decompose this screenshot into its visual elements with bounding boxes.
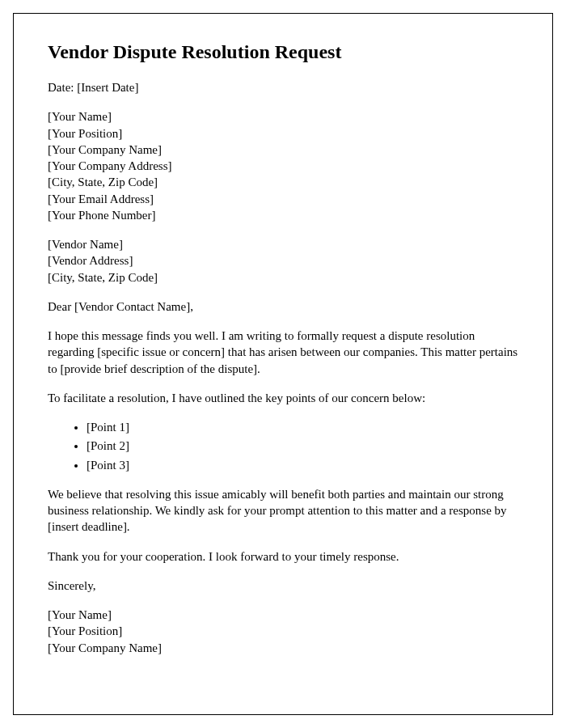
list-item: [Point 3] xyxy=(87,457,518,473)
body-paragraph-2: To facilitate a resolution, I have outli… xyxy=(48,390,518,406)
sender-phone: [Your Phone Number] xyxy=(48,207,518,223)
closing: Sincerely, xyxy=(48,578,518,594)
list-item: [Point 1] xyxy=(87,419,518,435)
vendor-address: [Vendor Address] xyxy=(48,252,518,269)
sender-address: [Your Company Address] xyxy=(48,158,518,174)
sender-company: [Your Company Name] xyxy=(48,142,518,158)
sender-email: [Your Email Address] xyxy=(48,191,518,207)
sender-city-state-zip: [City, State, Zip Code] xyxy=(48,174,518,190)
body-paragraph-1: I hope this message finds you well. I am… xyxy=(48,328,518,377)
list-item: [Point 2] xyxy=(87,438,518,454)
body-paragraph-3: We believe that resolving this issue ami… xyxy=(48,486,518,535)
vendor-city-state-zip: [City, State, Zip Code] xyxy=(48,269,518,286)
signature-name: [Your Name] xyxy=(48,607,518,623)
date-line: Date: [Insert Date] xyxy=(48,79,518,95)
document-page: Vendor Dispute Resolution Request Date: … xyxy=(13,13,553,715)
sender-name: [Your Name] xyxy=(48,108,518,125)
salutation: Dear [Vendor Contact Name], xyxy=(48,298,518,315)
vendor-name: [Vendor Name] xyxy=(48,236,518,252)
document-title: Vendor Dispute Resolution Request xyxy=(48,41,518,63)
signature-company: [Your Company Name] xyxy=(48,640,518,656)
signature-position: [Your Position] xyxy=(48,623,518,639)
signature-block: [Your Name] [Your Position] [Your Compan… xyxy=(48,607,518,656)
vendor-block: [Vendor Name] [Vendor Address] [City, St… xyxy=(48,236,518,286)
points-list: [Point 1] [Point 2] [Point 3] xyxy=(87,419,518,473)
body-paragraph-4: Thank you for your cooperation. I look f… xyxy=(48,548,518,565)
sender-position: [Your Position] xyxy=(48,125,518,142)
sender-block: [Your Name] [Your Position] [Your Compan… xyxy=(48,108,518,223)
